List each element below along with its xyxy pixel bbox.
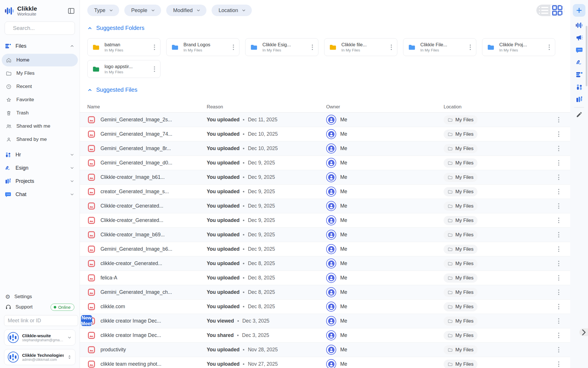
location-pill[interactable]: My Files xyxy=(444,187,477,196)
file-row[interactable]: Gemini_Generated_Image_b6...You uploaded… xyxy=(80,242,570,256)
account-selector-primary[interactable]: Clikkle-wsuite stephandgraham@gmail.com xyxy=(4,329,76,346)
location-pill[interactable]: My Files xyxy=(444,130,477,139)
file-row[interactable]: clikkle creator Image Dec...You sharedDe… xyxy=(80,328,570,343)
location-pill[interactable]: My Files xyxy=(444,230,477,239)
sidebar-section-chat[interactable]: Chat xyxy=(0,188,80,201)
search-input[interactable] xyxy=(13,25,83,31)
sidebar-item-favorite[interactable]: Favorite xyxy=(2,93,78,106)
row-menu-icon[interactable] xyxy=(553,245,564,254)
file-row[interactable]: clikkle creator Image Dec...You viewedDe… xyxy=(80,314,570,328)
file-row[interactable]: Gemini_Generated_Image_8r...You uploaded… xyxy=(80,141,570,156)
filter-chip-modified[interactable]: Modified xyxy=(166,5,206,16)
row-menu-icon[interactable] xyxy=(553,273,564,282)
chat-app-icon[interactable] xyxy=(575,46,583,54)
row-menu-icon[interactable] xyxy=(553,288,564,297)
folder-card-batman[interactable]: batmanIn My Files xyxy=(87,38,160,56)
new-meet-button[interactable]: New Meet xyxy=(81,315,92,326)
folder-card-logo-appstir[interactable]: logo appstir...In My Files xyxy=(87,60,160,78)
row-menu-icon[interactable] xyxy=(553,216,564,225)
sidebar-item-shared-by-me[interactable]: Shared by me xyxy=(2,133,78,146)
location-pill[interactable]: My Files xyxy=(444,216,477,225)
folder-menu-icon[interactable] xyxy=(152,43,157,52)
sidebar-section-hr[interactable]: Hr xyxy=(0,148,80,161)
file-row[interactable]: creator_Generated_Image_s...You uploaded… xyxy=(80,185,570,199)
folder-card-clikkle-proj[interactable]: Clikkle Proj...In My Files xyxy=(482,38,555,56)
row-menu-icon[interactable] xyxy=(553,130,564,139)
folder-menu-icon[interactable] xyxy=(389,43,394,52)
location-pill[interactable]: My Files xyxy=(444,273,477,283)
folder-menu-icon[interactable] xyxy=(231,43,236,52)
files-app-icon[interactable] xyxy=(575,71,583,78)
file-row[interactable]: Gemini_Generated_Image_2s...You uploaded… xyxy=(80,113,570,127)
collapse-sidebar-button[interactable] xyxy=(67,7,75,15)
scrollbar-thumb[interactable] xyxy=(586,26,587,86)
filter-chip-type[interactable]: Type xyxy=(87,5,119,16)
row-menu-icon[interactable] xyxy=(553,360,564,368)
list-view-button[interactable] xyxy=(537,5,550,16)
folder-card-clikkle-file[interactable]: Clikkle file...In My Files xyxy=(324,38,397,56)
file-row[interactable]: Clikkle-creator_Image_b61...You uploaded… xyxy=(80,170,570,185)
hr-app-icon[interactable] xyxy=(575,83,583,91)
file-row[interactable]: clikkle.comYou uploadedDec 8, 2025MeMy F… xyxy=(80,300,570,314)
file-row[interactable]: Gemini_Generated_Image_d0...You uploaded… xyxy=(80,156,570,170)
sidebar-item-home[interactable]: Home xyxy=(2,54,78,66)
location-pill[interactable]: My Files xyxy=(444,317,477,326)
file-row[interactable]: Clikkle-creator_Image_b69...You uploaded… xyxy=(80,228,570,242)
filter-chip-location[interactable]: Location xyxy=(212,5,252,16)
row-menu-icon[interactable] xyxy=(553,317,564,325)
folder-card-clikkle-file[interactable]: Clikkle File...In My Files xyxy=(403,38,476,56)
row-menu-icon[interactable] xyxy=(553,144,564,153)
row-menu-icon[interactable] xyxy=(553,115,564,124)
account-selector-org[interactable]: Clikkle Technologies admin@clikkmail.com xyxy=(4,349,76,365)
projects-app-icon[interactable] xyxy=(575,95,583,103)
expand-panel-button[interactable] xyxy=(579,328,588,336)
row-menu-icon[interactable] xyxy=(553,187,564,196)
filter-chip-people[interactable]: People xyxy=(124,5,161,16)
sidebar-section-projects[interactable]: Projects xyxy=(0,175,80,188)
row-menu-icon[interactable] xyxy=(553,331,564,340)
location-pill[interactable]: My Files xyxy=(444,360,477,368)
location-pill[interactable]: My Files xyxy=(444,302,477,311)
row-menu-icon[interactable] xyxy=(553,158,564,167)
location-pill[interactable]: My Files xyxy=(444,245,477,254)
row-menu-icon[interactable] xyxy=(553,345,564,354)
folder-menu-icon[interactable] xyxy=(310,43,315,52)
row-menu-icon[interactable] xyxy=(553,259,564,268)
suggested-folders-header[interactable]: Suggested Folders xyxy=(87,25,563,31)
sidebar-item-trash[interactable]: Trash xyxy=(2,107,78,119)
folder-menu-icon[interactable] xyxy=(152,65,157,74)
folder-menu-icon[interactable] xyxy=(468,43,473,52)
search-box[interactable] xyxy=(5,22,75,35)
esign-app-icon[interactable] xyxy=(575,58,583,66)
location-pill[interactable]: My Files xyxy=(444,288,477,297)
folder-card-clikkle-esig[interactable]: Clikkle Esig...In My Files xyxy=(245,38,318,56)
location-pill[interactable]: My Files xyxy=(444,331,477,340)
create-new-button[interactable] xyxy=(573,4,585,17)
sidebar-item-my-files[interactable]: My Files xyxy=(2,67,78,80)
location-pill[interactable]: My Files xyxy=(444,144,477,153)
file-row[interactable]: productivityYou uploadedNov 28, 2025MeMy… xyxy=(80,343,570,357)
folder-card-brand-logos[interactable]: Brand LogosIn My Files xyxy=(166,38,239,56)
file-row[interactable]: Clikkle-creator_Generated...You uploaded… xyxy=(80,213,570,228)
sidebar-section-esign[interactable]: Esign xyxy=(0,161,80,175)
file-row[interactable]: Clikkle-creator_Generated...You uploaded… xyxy=(80,199,570,213)
row-menu-icon[interactable] xyxy=(553,302,564,311)
location-pill[interactable]: My Files xyxy=(444,202,477,211)
row-menu-icon[interactable] xyxy=(553,202,564,210)
edit-rail-icon[interactable] xyxy=(576,111,583,118)
location-pill[interactable]: My Files xyxy=(444,345,477,354)
file-row[interactable]: felica-AYou uploadedDec 8, 2025MeMy File… xyxy=(80,271,570,285)
location-pill[interactable]: My Files xyxy=(444,259,477,268)
megaphone-app-icon[interactable] xyxy=(575,34,583,41)
sidebar-item-recent[interactable]: Recent xyxy=(2,80,78,93)
grid-view-button[interactable] xyxy=(550,5,564,16)
meet-link-input[interactable] xyxy=(4,315,78,326)
sidebar-item-shared-with-me[interactable]: Shared with me xyxy=(2,120,78,133)
location-pill[interactable]: My Files xyxy=(444,158,477,168)
settings-button[interactable]: ⚙ Settings xyxy=(4,292,76,302)
row-menu-icon[interactable] xyxy=(553,173,564,182)
bars-app-icon[interactable] xyxy=(575,21,583,29)
support-button[interactable]: Support Online xyxy=(4,302,76,312)
location-pill[interactable]: My Files xyxy=(444,115,477,124)
file-row[interactable]: Gemini_Generated_Image_74...You uploaded… xyxy=(80,127,570,141)
